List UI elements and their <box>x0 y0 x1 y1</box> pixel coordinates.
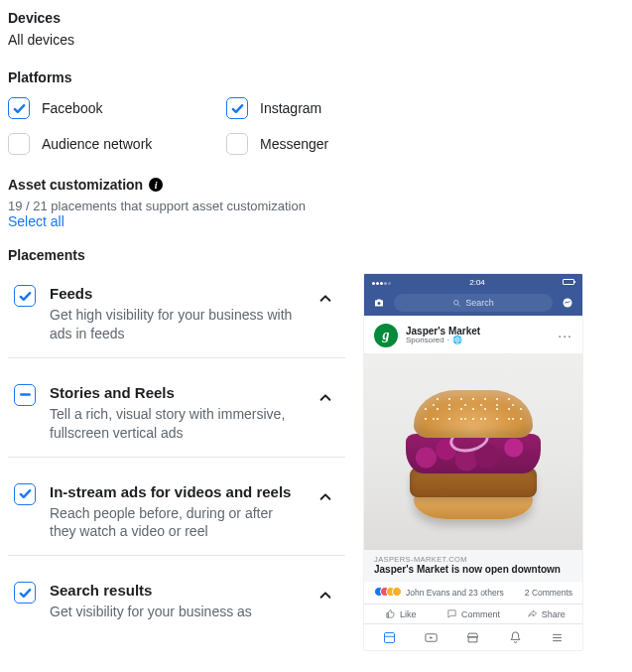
asset-customization-section: Asset customization i 19 / 21 placements… <box>8 177 624 229</box>
placements-heading: Placements <box>8 247 624 263</box>
bottom-fade <box>0 652 632 672</box>
svg-rect-5 <box>384 633 394 643</box>
messenger-icon <box>561 296 574 310</box>
comments-count: 2 Comments <box>525 588 572 598</box>
placement-desc: Tell a rich, visual story with immersive… <box>50 405 298 443</box>
preview-actions: Like Comment Share <box>364 604 582 623</box>
share-button: Share <box>510 608 582 619</box>
preview-caption: JASPERS-MARKET.COM Jasper's Market is no… <box>364 550 582 582</box>
platform-label: Messenger <box>260 136 328 152</box>
placement-desc: Get high visibility for your business wi… <box>50 306 298 343</box>
platforms-section: Platforms Facebook Instagram Audience ne… <box>8 69 624 155</box>
avatar: g <box>374 324 398 347</box>
search-placeholder: Search <box>465 298 494 308</box>
placement-feeds[interactable]: Feeds Get high visibility for your busin… <box>8 273 345 358</box>
comment-icon <box>446 608 457 619</box>
ad-preview: 2:04 Search g Jasp <box>363 273 583 651</box>
placement-title: Stories and Reels <box>50 384 298 401</box>
svg-point-1 <box>378 302 381 305</box>
svg-point-2 <box>454 300 459 305</box>
checkbox-feeds[interactable] <box>14 285 36 307</box>
info-icon[interactable]: i <box>149 178 163 192</box>
placement-desc: Reach people before, during or after the… <box>50 504 298 542</box>
statusbar-time: 2:04 <box>469 278 485 287</box>
placement-title: Feeds <box>50 285 298 302</box>
checkbox-messenger[interactable] <box>226 133 248 155</box>
placement-instream[interactable]: In-stream ads for videos and reels Reach… <box>8 458 345 557</box>
chevron-up-icon[interactable] <box>312 582 339 609</box>
preview-navbar: Search <box>364 290 582 316</box>
signal-icon <box>372 278 392 287</box>
feed-tab-icon <box>376 630 402 645</box>
like-icon <box>385 608 396 619</box>
placements-section: Placements Feeds Get high visibility for… <box>8 247 624 651</box>
checkbox-stories-reels-indeterminate[interactable] <box>14 384 36 406</box>
select-all-link[interactable]: Select all <box>8 213 624 229</box>
preview-domain: JASPERS-MARKET.COM <box>374 555 572 564</box>
reaction-icons <box>374 587 402 599</box>
preview-post-header: g Jasper's Market Sponsored·🌐 ··· <box>364 316 582 353</box>
preview-image <box>364 353 582 550</box>
devices-section: Devices All devices <box>8 10 624 48</box>
svg-rect-8 <box>469 637 478 642</box>
checkbox-instream[interactable] <box>14 483 36 505</box>
devices-value: All devices <box>8 32 624 48</box>
preview-headline: Jasper's Market is now open downtown <box>374 564 572 576</box>
search-icon <box>452 299 461 308</box>
preview-search: Search <box>394 294 553 312</box>
placement-title: Search results <box>50 582 298 599</box>
checkbox-facebook[interactable] <box>8 97 30 119</box>
comment-button: Comment <box>437 608 509 619</box>
like-button: Like <box>364 608 437 619</box>
platform-label: Facebook <box>42 100 102 116</box>
placements-list: Feeds Get high visibility for your busin… <box>8 273 345 635</box>
reactions-text: John Evans and 23 others <box>406 588 504 598</box>
placement-desc: Get visibility for your business as <box>50 603 298 621</box>
preview-sponsored-label: Sponsored·🌐 <box>406 336 550 345</box>
watch-tab-icon <box>419 630 444 645</box>
battery-icon <box>563 279 574 285</box>
camera-icon <box>372 296 386 310</box>
ellipsis-icon: ··· <box>558 328 572 343</box>
platforms-heading: Platforms <box>8 69 624 85</box>
platform-label: Instagram <box>260 100 321 116</box>
devices-heading: Devices <box>8 10 624 26</box>
platform-facebook[interactable]: Facebook <box>8 97 226 119</box>
share-icon <box>527 608 538 619</box>
checkbox-audience-network[interactable] <box>8 133 30 155</box>
chevron-up-icon[interactable] <box>312 384 339 412</box>
preview-statusbar: 2:04 <box>364 274 582 290</box>
asset-customization-subtext: 19 / 21 placements that support asset cu… <box>8 199 624 213</box>
svg-line-3 <box>458 304 460 306</box>
chevron-up-icon[interactable] <box>312 285 339 313</box>
platform-audience-network[interactable]: Audience network <box>8 133 226 155</box>
platform-instagram[interactable]: Instagram <box>226 97 444 119</box>
platform-label: Audience network <box>42 136 152 152</box>
platform-messenger[interactable]: Messenger <box>226 133 444 155</box>
preview-tabbar <box>364 623 582 650</box>
placement-stories-reels[interactable]: Stories and Reels Tell a rich, visual st… <box>8 358 345 458</box>
placement-search-results[interactable]: Search results Get visibility for your b… <box>8 556 345 635</box>
checkbox-instagram[interactable] <box>226 97 248 119</box>
checkbox-search-results[interactable] <box>14 582 36 604</box>
notifications-tab-icon <box>502 630 528 645</box>
globe-icon: 🌐 <box>452 336 462 345</box>
asset-customization-heading: Asset customization <box>8 177 143 193</box>
preview-reactions: John Evans and 23 others 2 Comments <box>364 582 582 604</box>
marketplace-tab-icon <box>460 630 486 645</box>
menu-tab-icon <box>545 630 570 645</box>
placement-title: In-stream ads for videos and reels <box>50 483 298 500</box>
chevron-up-icon[interactable] <box>312 483 339 511</box>
